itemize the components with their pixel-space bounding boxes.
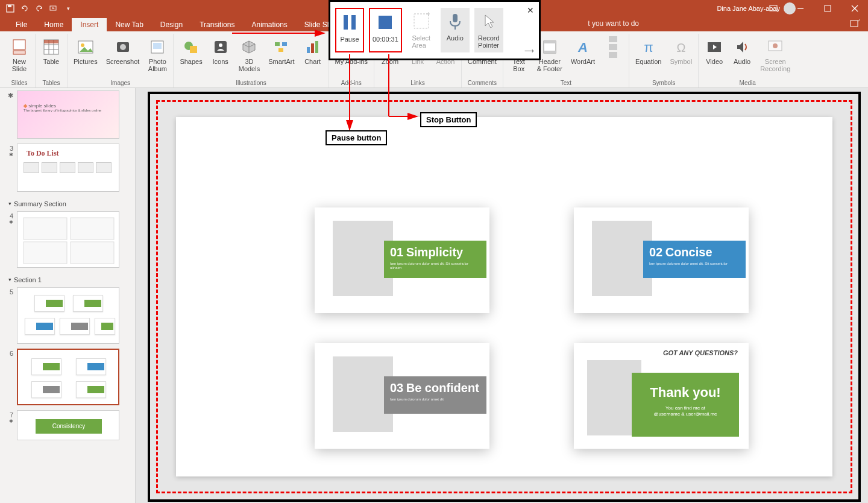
thumb-mark: ✱ bbox=[6, 90, 13, 100]
undo-icon[interactable] bbox=[19, 3, 30, 14]
ribbon-display-icon[interactable] bbox=[760, 0, 787, 17]
slide-thumbnail[interactable]: To Do List bbox=[17, 144, 119, 192]
pause-annotation-label: Pause button bbox=[326, 130, 387, 145]
window-controls bbox=[760, 0, 868, 17]
stop-icon bbox=[374, 11, 396, 33]
pictures-button[interactable]: Pictures bbox=[71, 36, 100, 66]
content-card-simplicity[interactable]: 01 Simplicity Iam ipsum dolorum dolor am… bbox=[315, 207, 489, 313]
screen-recording-toolbar: Pause 00:00:31 Select Area Audio Record … bbox=[329, 0, 541, 60]
icons-icon bbox=[211, 37, 230, 57]
wordart-button[interactable]: AWordArt bbox=[568, 36, 597, 66]
equation-button[interactable]: πEquation bbox=[633, 36, 664, 66]
new-slide-icon bbox=[10, 37, 29, 57]
photo-album-button[interactable]: Photo Album bbox=[145, 36, 169, 74]
close-recording-toolbar-icon[interactable]: ✕ bbox=[527, 5, 534, 15]
tell-me-search[interactable]: t you want to do bbox=[588, 19, 639, 28]
3d-models-button[interactable]: 3D Models bbox=[236, 36, 262, 74]
slide-canvas[interactable]: 01 Simplicity Iam ipsum dolorum dolor am… bbox=[176, 117, 832, 476]
logo-icon: ◆ bbox=[24, 103, 27, 109]
tab-design[interactable]: Design bbox=[152, 18, 191, 31]
smartart-icon bbox=[272, 37, 291, 57]
svg-text:A: A bbox=[577, 40, 588, 55]
start-from-beginning-icon[interactable] bbox=[48, 3, 59, 14]
svg-rect-16 bbox=[44, 40, 58, 43]
smartart-button[interactable]: SmartArt bbox=[266, 36, 297, 66]
section-1-header[interactable]: Section 1 bbox=[6, 273, 129, 287]
shapes-icon bbox=[181, 37, 201, 57]
svg-rect-9 bbox=[13, 40, 25, 49]
content-card-concise[interactable]: 02 Concise Iam ipsum dolorum dolor amet … bbox=[574, 207, 749, 313]
svg-text:π: π bbox=[644, 40, 653, 55]
symbol-button[interactable]: ΩSymbol bbox=[667, 36, 694, 66]
svg-rect-8 bbox=[851, 21, 858, 27]
svg-point-52 bbox=[773, 43, 778, 48]
slide-canvas-area: 01 Simplicity Iam ipsum dolorum dolor am… bbox=[148, 92, 861, 502]
tab-animations[interactable]: Animations bbox=[243, 18, 295, 31]
screen-recording-button[interactable]: Screen Recording bbox=[758, 36, 793, 74]
svg-rect-29 bbox=[278, 48, 283, 52]
record-pointer-button[interactable]: Record Pointer bbox=[474, 8, 503, 52]
pin-toolbar-icon[interactable]: ⟶ bbox=[524, 47, 534, 55]
slide-thumbnail[interactable] bbox=[17, 211, 119, 268]
video-button[interactable]: Video bbox=[702, 36, 726, 66]
minimize-icon[interactable] bbox=[787, 0, 814, 17]
table-button[interactable]: Table bbox=[39, 36, 63, 66]
svg-rect-24 bbox=[190, 46, 197, 53]
svg-rect-68 bbox=[71, 242, 114, 264]
chart-icon bbox=[303, 37, 322, 57]
svg-rect-59 bbox=[453, 14, 458, 22]
slide-thumbnail[interactable]: Consistency bbox=[17, 410, 119, 440]
svg-rect-31 bbox=[311, 43, 314, 53]
stop-annotation-label: Stop Button bbox=[420, 112, 477, 127]
content-card-thankyou[interactable]: GOT ANY QUESTIONS? Thank you! You can fi… bbox=[574, 343, 749, 449]
qat-dropdown-icon[interactable]: ▾ bbox=[63, 3, 74, 14]
new-slide-button[interactable]: New Slide bbox=[7, 36, 31, 74]
screenshot-button[interactable]: Screenshot bbox=[104, 36, 142, 66]
tab-new[interactable]: New Tab bbox=[107, 18, 151, 31]
text-more-icon bbox=[603, 37, 623, 57]
header-footer-icon bbox=[540, 37, 559, 57]
svg-point-26 bbox=[219, 43, 222, 47]
pause-icon bbox=[339, 11, 360, 33]
content-card-confident[interactable]: 03 Be confident Iam ipsum dolorum dolor … bbox=[315, 343, 489, 449]
3d-models-icon bbox=[239, 37, 259, 57]
svg-rect-22 bbox=[153, 43, 162, 49]
audio-button[interactable]: Audio bbox=[730, 36, 754, 66]
chart-button[interactable]: Chart bbox=[301, 36, 325, 66]
stop-recording-button[interactable]: 00:00:31 bbox=[369, 8, 402, 52]
audio-icon bbox=[732, 37, 752, 57]
recording-dashed-border: 01 Simplicity Iam ipsum dolorum dolor am… bbox=[156, 100, 852, 493]
close-icon[interactable] bbox=[841, 0, 868, 17]
svg-rect-67 bbox=[24, 242, 67, 264]
tab-file[interactable]: File bbox=[7, 18, 36, 31]
video-icon bbox=[705, 37, 724, 57]
slide-thumbnail-active[interactable] bbox=[17, 349, 119, 405]
slide-thumbnail[interactable] bbox=[17, 287, 119, 344]
tab-insert[interactable]: Insert bbox=[72, 18, 107, 31]
svg-rect-1 bbox=[8, 5, 11, 7]
microphone-icon bbox=[444, 10, 466, 32]
svg-rect-54 bbox=[351, 15, 356, 30]
pictures-icon bbox=[76, 37, 95, 57]
tab-transitions[interactable]: Transitions bbox=[191, 18, 243, 31]
svg-rect-10 bbox=[13, 51, 25, 54]
section-summary-header[interactable]: Summary Section bbox=[6, 197, 129, 211]
svg-rect-55 bbox=[379, 16, 392, 29]
svg-rect-45 bbox=[609, 36, 617, 42]
tab-home[interactable]: Home bbox=[36, 18, 72, 31]
select-area-icon bbox=[410, 10, 432, 32]
redo-icon[interactable] bbox=[34, 3, 45, 14]
slide-thumbnail[interactable]: ◆ simple slidesThe largest library of in… bbox=[17, 90, 119, 139]
shapes-button[interactable]: Shapes bbox=[177, 36, 204, 66]
record-audio-button[interactable]: Audio bbox=[441, 8, 470, 52]
pause-recording-button[interactable]: Pause bbox=[335, 8, 364, 52]
maximize-icon[interactable] bbox=[814, 0, 841, 17]
icons-button[interactable]: Icons bbox=[209, 36, 233, 66]
save-icon[interactable] bbox=[5, 3, 16, 14]
svg-rect-53 bbox=[344, 15, 348, 30]
slide-thumbnails-panel: ✱ ◆ simple slidesThe largest library of … bbox=[0, 88, 136, 503]
select-area-button[interactable]: Select Area bbox=[407, 8, 436, 52]
share-icon[interactable] bbox=[850, 18, 862, 29]
text-more-button[interactable] bbox=[601, 36, 625, 58]
symbol-icon: Ω bbox=[671, 37, 691, 57]
